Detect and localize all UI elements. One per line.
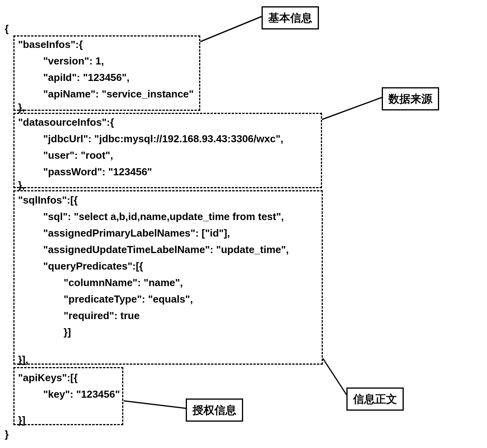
svg-line-3 xyxy=(124,401,186,408)
label-data-source: 数据来源 xyxy=(382,87,439,110)
datasource-password: "passWord": "123456" xyxy=(43,163,152,180)
open-brace: { xyxy=(5,20,9,37)
sqlinfos-key: "sqlInfos":[{ xyxy=(18,192,78,208)
baseinfos-apiname: "apiName": "service_instance" xyxy=(43,86,194,102)
label-basic-info: 基本信息 xyxy=(262,6,319,29)
apikeys-keyval: "key": "123456" xyxy=(43,386,120,402)
sqlinfos-required: "required": true xyxy=(64,307,140,324)
sqlinfos-innerclose: }] xyxy=(64,324,71,340)
sqlinfos-primary: "assignedPrimaryLabelNames": ["id"], xyxy=(43,225,230,241)
baseinfos-key: "baseInfos":{ xyxy=(18,36,83,53)
baseinfos-version: "version": 1, xyxy=(43,53,104,69)
datasource-user: "user": "root", xyxy=(43,147,113,163)
datasource-jdbcurl: "jdbcUrl": "jdbc:mysql://192.168.93.43:3… xyxy=(43,130,283,147)
apikeys-key: "apiKeys":[{ xyxy=(18,369,78,386)
svg-line-1 xyxy=(322,97,382,119)
datasource-key: "datasourceInfos":{ xyxy=(18,114,114,130)
sqlinfos-update: "assignedUpdateTimeLabelName": "update_t… xyxy=(43,241,289,258)
svg-line-2 xyxy=(323,358,346,395)
label-info-body: 信息正文 xyxy=(346,387,404,411)
svg-line-0 xyxy=(200,17,262,42)
sqlinfos-predtype: "predicateType": "equals", xyxy=(64,291,193,307)
sqlinfos-outerclose: }], xyxy=(18,351,28,368)
label-auth-info: 授权信息 xyxy=(186,398,243,422)
baseinfos-apiid: "apiId": "123456", xyxy=(43,69,130,86)
sqlinfos-sql: "sql": "select a,b,id,name,update_time f… xyxy=(43,208,284,225)
sqlinfos-querypred: "queryPredicates":[{ xyxy=(43,258,143,274)
close-brace: } xyxy=(5,426,9,442)
sqlinfos-colname: "columnName": "name", xyxy=(64,274,183,291)
apikeys-close: }] xyxy=(18,412,26,428)
